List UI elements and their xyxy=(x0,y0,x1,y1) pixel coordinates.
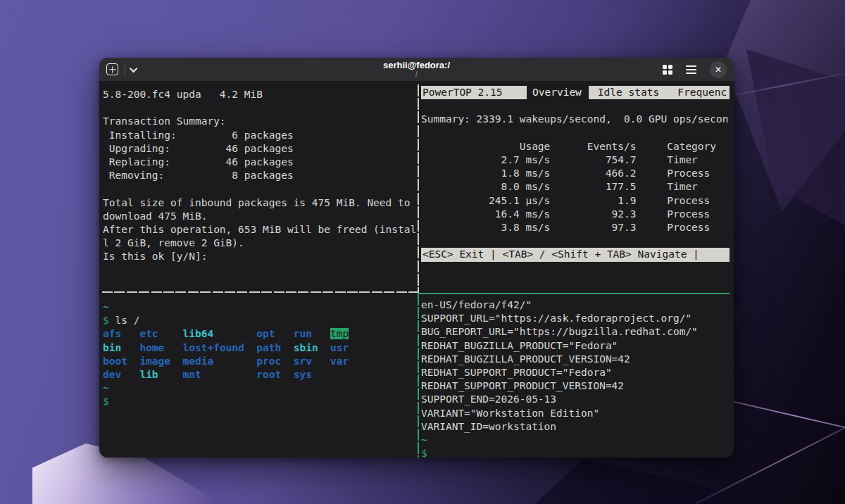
window-title: serhii@fedora:/ xyxy=(383,61,450,70)
pane-shell[interactable]: ~ $ls / afs etc lib64 opt run tmpbin hom… xyxy=(103,301,417,409)
pane-os-release[interactable]: en-US/fedora/f42/" SUPPORT_URL="https://… xyxy=(421,298,730,458)
ls-entry-opt: opt xyxy=(256,328,275,339)
ls-entry-image: image xyxy=(139,355,170,367)
tilde-marker: ~ xyxy=(103,382,109,393)
shell-prompt: $ xyxy=(103,315,109,326)
ls-row: boot image media proc srv var xyxy=(103,355,417,368)
headerbar-left-controls xyxy=(106,63,137,76)
shell-tilde-line: ~ xyxy=(103,301,417,314)
pane-dnf[interactable]: 5.8-200.fc4 upda 4.2 MiB Transaction Sum… xyxy=(103,88,417,264)
powertop-tab-overview[interactable]: Overview xyxy=(532,86,582,99)
ls-entry-lost+found: lost+found xyxy=(183,342,244,353)
tmux-divider-horizontal-left[interactable] xyxy=(102,291,418,293)
dnf-output: 5.8-200.fc4 upda 4.2 MiB Transaction Sum… xyxy=(103,88,417,264)
ls-entry-mnt: mnt xyxy=(183,369,201,380)
new-tab-icon[interactable] xyxy=(106,63,118,75)
os-release-output: en-US/fedora/f42/" SUPPORT_URL="https://… xyxy=(421,298,730,434)
shell-tilde-line: ~ xyxy=(103,382,417,395)
ls-entry-sys: sys xyxy=(294,369,312,380)
ls-entry-dev: dev xyxy=(103,369,121,380)
terminal-window: serhii@fedora:/ / ✕ 5.8-200.fc4 upda 4.2… xyxy=(99,58,734,458)
ls-row: dev lib mnt root sys xyxy=(103,368,417,382)
powertop-help-bar: <ESC> Exit | <TAB> / <Shift + TAB> Navig… xyxy=(421,248,730,261)
ls-entry-var: var xyxy=(330,355,349,367)
powertop-table: Usage Events/s Category 2.7 ms/s 754.7 T… xyxy=(421,140,730,234)
ls-entry-media: media xyxy=(183,355,214,367)
ls-entry-etc: etc xyxy=(139,328,158,339)
headerbar: serhii@fedora:/ / ✕ xyxy=(99,58,734,81)
shell-prompt: $ xyxy=(421,448,427,458)
ls-entry-boot: boot xyxy=(103,355,127,367)
headerbar-separator xyxy=(125,63,125,76)
shell-prompt: $ xyxy=(103,396,109,407)
close-icon[interactable]: ✕ xyxy=(710,61,727,78)
terminal-content: 5.8-200.fc4 upda 4.2 MiB Transaction Sum… xyxy=(99,81,734,458)
powertop-summary: Summary: 2339.1 wakeups/second, 0.0 GPU … xyxy=(421,113,730,126)
powertop-tabbar: PowerTOP 2.15OverviewIdle stats Frequenc xyxy=(421,86,730,99)
tab-overview-icon[interactable] xyxy=(663,65,672,75)
ls-row: bin home lost+found path sbin usr xyxy=(103,341,417,355)
pane-powertop[interactable]: PowerTOP 2.15OverviewIdle stats Frequenc… xyxy=(421,86,730,262)
tmux-divider-vertical-top[interactable] xyxy=(418,84,419,293)
tilde-marker: ~ xyxy=(421,434,427,446)
tilde-marker: ~ xyxy=(103,301,109,313)
shell-command: ls / xyxy=(115,315,139,326)
ls-entry-root: root xyxy=(256,369,281,380)
ls-entry-tmp: tmp xyxy=(330,328,349,339)
chevron-down-icon[interactable] xyxy=(130,64,137,72)
ls-entry-proc: proc xyxy=(256,355,281,367)
menu-icon[interactable] xyxy=(686,65,696,74)
ls-row: afs etc lib64 opt run tmp xyxy=(103,327,417,341)
ls-entry-sbin: sbin xyxy=(294,342,318,353)
shell-prompt-line: $ xyxy=(103,395,417,408)
ls-entry-afs: afs xyxy=(103,328,121,339)
ls-entry-usr: usr xyxy=(330,342,349,353)
ls-entry-run: run xyxy=(294,328,312,339)
window-title-block: serhii@fedora:/ / xyxy=(383,61,450,79)
tmux-divider-vertical-bottom[interactable] xyxy=(418,294,419,458)
shell-prompt-line: $ xyxy=(421,447,730,458)
ls-entry-srv: srv xyxy=(294,355,312,367)
shell-tilde-line: ~ xyxy=(421,434,730,447)
ls-entry-path: path xyxy=(256,342,281,353)
ls-entry-lib: lib xyxy=(139,369,158,380)
ls-entry-bin: bin xyxy=(103,342,121,353)
powertop-app-title: PowerTOP 2.15 xyxy=(421,86,527,99)
shell-command-line: $ls / xyxy=(103,314,417,327)
tmux-divider-horizontal-right[interactable] xyxy=(418,293,730,294)
ls-output: afs etc lib64 opt run tmpbin home lost+f… xyxy=(103,327,417,382)
headerbar-right-controls: ✕ xyxy=(663,61,727,78)
ls-entry-lib64: lib64 xyxy=(183,328,214,339)
ls-entry-home: home xyxy=(139,342,164,353)
powertop-tabs-rest[interactable]: Idle stats Frequenc xyxy=(589,86,730,99)
window-subtitle: / xyxy=(383,70,450,79)
